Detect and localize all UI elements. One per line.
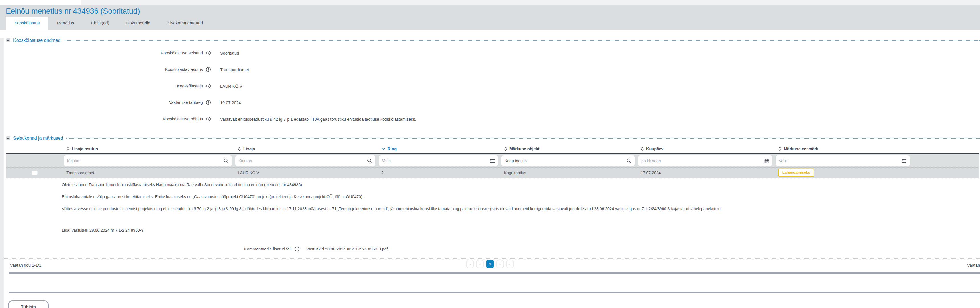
attached-file-link[interactable]: Vastuskiri 28.06.2024 nr 7.1-2 24 8960-3… — [306, 247, 388, 251]
collapse-icon[interactable] — [6, 38, 10, 43]
field-row: Kooskõlastav asutus Transpordiamet — [0, 67, 980, 73]
field-value: LAUR KÕIV — [220, 83, 242, 89]
tab-dokumendid[interactable]: Dokumendid — [118, 16, 159, 30]
column-label: Märkuse objekt — [509, 147, 539, 151]
cell-lisaja-asutus: Transpordiamet — [62, 170, 234, 175]
last-page-button[interactable]: »| — [506, 260, 514, 268]
field-label-wrap: Kooskõlastaja — [0, 83, 211, 89]
collapse-row-icon[interactable]: − — [32, 170, 38, 175]
filter-input-lisaja-asutus[interactable] — [64, 156, 232, 166]
sort-icon — [504, 147, 507, 151]
calendar-icon[interactable] — [764, 158, 769, 163]
attached-file-row: Kommentaarile lisatud fail Vastuskiri 28… — [244, 246, 980, 252]
top-strip-notch — [0, 0, 81, 5]
info-icon[interactable] — [206, 67, 211, 72]
column-header-kuupaev[interactable]: Kuupäev — [636, 147, 774, 151]
search-icon[interactable] — [627, 158, 632, 164]
comment-paragraph: Ehitusluba antakse välja gaasitorustiku … — [62, 194, 980, 200]
content-area: Kooskõlastuse andmed Kooskõlastuse seisu… — [0, 38, 980, 308]
column-header-markuse-objekt[interactable]: Märkuse objekt — [500, 147, 636, 151]
field-value: 19.07.2024 — [220, 100, 241, 106]
field-row: Kooskõlastaja LAUR KÕIV — [0, 83, 980, 89]
table-row[interactable]: − Transpordiamet LAUR KÕIV 2. Kogu taotl… — [6, 167, 980, 178]
cancel-button[interactable]: Tühista — [8, 300, 49, 308]
column-label: Lisaja asutus — [72, 147, 98, 151]
approval-form: Kooskõlastuse seisund Sooritatud Kooskõl… — [0, 51, 980, 122]
filter-input-kuupaev[interactable] — [638, 156, 772, 166]
filter-select-ring[interactable] — [379, 156, 498, 166]
search-icon[interactable] — [224, 158, 229, 164]
collapse-icon[interactable] — [6, 137, 10, 140]
filter-cell-kuupaev — [636, 156, 774, 166]
remarks-table: Lisaja asutus Lisaja Ring Märkuse objekt… — [6, 144, 980, 178]
tab-kooskolastus[interactable]: Kooskõlastus — [6, 16, 48, 30]
top-strip — [0, 0, 980, 5]
search-icon[interactable] — [367, 158, 372, 164]
field-label-wrap: Kooskõlastav asutus — [0, 67, 211, 72]
column-header-ring[interactable]: Ring — [377, 147, 500, 151]
filter-cell-markuse-objekt — [500, 156, 636, 166]
cell-ring: 2. — [377, 170, 500, 175]
sort-icon — [778, 147, 781, 151]
section-dotted-divider — [66, 138, 980, 139]
field-label-wrap: Kooskõlastuse seisund — [0, 51, 211, 56]
section-dotted-divider — [64, 40, 980, 41]
table-header-row: Lisaja asutus Lisaja Ring Märkuse objekt… — [6, 144, 980, 154]
status-badge: Lahendamiseks — [778, 168, 814, 176]
bottom-gap — [0, 273, 980, 292]
page-title: Eelnõu menetlus nr 434936 (Sooritatud) — [0, 5, 980, 16]
next-page-button[interactable]: › — [496, 260, 504, 268]
current-page-button[interactable]: 1 — [486, 260, 494, 268]
field-label: Kooskõlastav asutus — [165, 67, 203, 72]
field-value: Sooritatud — [220, 51, 239, 56]
field-label: Kooskõlastaja — [177, 84, 203, 88]
filter-cell-lisaja — [234, 156, 377, 166]
list-icon[interactable] — [490, 159, 495, 163]
cell-markuse-eesmark: Lahendamiseks — [774, 168, 912, 176]
section-title: Kooskõlastuse andmed — [13, 38, 60, 43]
sort-desc-icon — [382, 148, 385, 150]
info-icon[interactable] — [206, 100, 211, 105]
attachment-note: Lisa: Vastuskiri 28.06.2024 nr 7.1-2 24 … — [62, 227, 980, 233]
sort-icon — [641, 147, 644, 151]
filter-input-markuse-objekt[interactable] — [501, 156, 635, 166]
filter-select-markuse-eesmark[interactable] — [776, 156, 910, 166]
prev-page-button[interactable]: ‹ — [476, 260, 484, 268]
pagination: |« ‹ 1 › »| — [466, 260, 514, 268]
column-label: Ring — [387, 147, 396, 151]
column-header-markuse-eesmark[interactable]: Märkuse eesmärk — [774, 147, 912, 151]
rows-per-page-label: Vaatan — [967, 263, 980, 268]
sort-icon — [238, 147, 241, 151]
field-value: Transpordiamet — [220, 67, 249, 73]
field-row: Vastamise tähtaeg 19.07.2024 — [0, 100, 980, 106]
tab-sisekommentaarid[interactable]: Sisekommentaarid — [159, 16, 212, 30]
attached-file-label: Kommentaarile lisatud fail — [244, 247, 291, 251]
table-filter-row — [6, 154, 980, 167]
cell-kuupaev: 17.07.2024 — [636, 170, 774, 175]
field-label: Kooskõlastuse seisund — [161, 51, 203, 55]
cell-markuse-objekt: Kogu taotlus — [500, 170, 636, 175]
separator-bar — [9, 292, 980, 293]
column-header-lisaja-asutus[interactable]: Lisaja asutus — [62, 147, 234, 151]
info-icon[interactable] — [206, 116, 211, 122]
first-page-button[interactable]: |« — [466, 260, 474, 268]
info-icon[interactable] — [206, 83, 211, 89]
tab-bar: Kooskõlastus Menetlus Ehitis(ed) Dokumen… — [6, 16, 980, 30]
info-icon[interactable] — [294, 246, 299, 252]
field-label-wrap: Vastamise tähtaeg — [0, 100, 211, 105]
filter-input-lisaja[interactable] — [235, 156, 375, 166]
filter-cell-ring — [377, 156, 500, 166]
rows-info: Vaatan ridu 1-1/1 — [10, 263, 41, 268]
section-kooskolastuse-andmed: Kooskõlastuse andmed — [6, 38, 980, 43]
comment-paragraph: Olete esitanud Transpordiametile kooskõl… — [62, 182, 980, 188]
list-icon[interactable] — [902, 159, 907, 163]
table-footer: Vaatan ridu 1-1/1 |« ‹ 1 › »| Vaatan — [0, 259, 980, 272]
tab-menetlus[interactable]: Menetlus — [48, 16, 83, 30]
row-details: Olete esitanud Transpordiametile kooskõl… — [0, 178, 980, 252]
info-icon[interactable] — [206, 51, 211, 56]
tab-ehitised[interactable]: Ehitis(ed) — [83, 16, 118, 30]
section-title: Seisukohad ja märkused — [13, 136, 63, 141]
row-expand-cell: − — [6, 170, 62, 175]
field-row: Kooskõlastuse põhjus Vastavalt ehitussea… — [0, 116, 980, 122]
column-header-lisaja[interactable]: Lisaja — [234, 147, 377, 151]
